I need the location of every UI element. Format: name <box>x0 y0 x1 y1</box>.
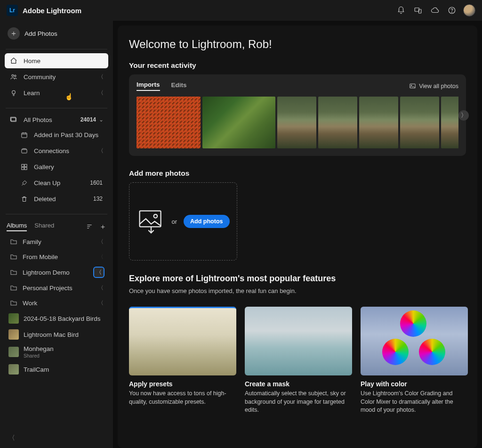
tab-albums[interactable]: Albums <box>7 222 27 231</box>
nav-cleanup[interactable]: Clean Up 1601 <box>5 175 108 190</box>
avatar[interactable] <box>463 4 475 16</box>
topbar: Lr Adobe Lightroom <box>0 0 482 21</box>
album-label: TrailCam <box>24 366 49 373</box>
album-thumb <box>8 329 19 340</box>
album-label: Family <box>23 238 41 245</box>
tab-shared[interactable]: Shared <box>34 222 54 231</box>
add-photos-button[interactable]: Add photos <box>184 215 229 228</box>
chevron-right-icon: 〈 <box>98 238 104 246</box>
recent-photo[interactable] <box>318 97 357 148</box>
svg-rect-17 <box>139 211 161 227</box>
tab-imports[interactable]: Imports <box>137 81 160 91</box>
scroll-next-button[interactable]: 〉 <box>458 110 469 121</box>
app-title: Adobe Lightroom <box>23 7 81 15</box>
folder-icon <box>9 284 18 292</box>
nav-deleted[interactable]: Deleted 132 <box>5 191 108 206</box>
explore-section: Explore more of Lightroom's most popular… <box>129 274 466 415</box>
add-photos-label: Add Photos <box>24 30 57 37</box>
recent-photos-strip[interactable] <box>137 97 458 148</box>
recent-photo[interactable] <box>277 97 316 148</box>
chevron-right-icon: 〈 <box>98 73 104 81</box>
chevron-right-icon: 〈 <box>98 89 104 97</box>
card-image <box>361 307 468 375</box>
nav-added-past-30[interactable]: Added in Past 30 Days <box>5 127 108 142</box>
add-photos-button[interactable]: ＋ Add Photos <box>5 24 108 47</box>
nav-home[interactable]: Home ☝ <box>5 53 108 68</box>
help-icon[interactable] <box>445 4 458 17</box>
deleted-label: Deleted <box>34 195 56 203</box>
cleanup-count: 1601 <box>90 179 104 186</box>
nav-community[interactable]: Community 〈 <box>5 69 108 84</box>
album-personal-projects[interactable]: Personal Projects 〈 <box>5 280 108 295</box>
learn-icon <box>9 89 18 97</box>
separator <box>6 49 107 49</box>
nav-gallery[interactable]: Gallery <box>5 159 108 174</box>
nav-all-photos[interactable]: All Photos 24014 ⌄ <box>5 112 108 127</box>
photo-dropzone[interactable]: or Add photos <box>129 182 237 261</box>
devices-icon[interactable] <box>411 4 425 17</box>
welcome-heading: Welcome to Lightroom, Rob! <box>129 38 466 51</box>
recent-photo[interactable] <box>137 97 201 148</box>
recent-photo[interactable] <box>202 97 275 148</box>
home-icon <box>9 57 18 65</box>
all-photos-count: 24014 <box>80 116 99 123</box>
recent-activity-panel: Imports Edits View all photos <box>129 74 466 156</box>
nav-connections[interactable]: Connections 〈 <box>5 143 108 158</box>
svg-point-3 <box>452 12 452 12</box>
cloud-icon[interactable] <box>428 4 442 17</box>
album-mac-bird[interactable]: Lightroom Mac Bird <box>5 326 108 342</box>
app-logo: Lr <box>7 5 18 16</box>
album-thumb <box>8 364 19 375</box>
recent-photo[interactable] <box>359 97 398 148</box>
album-backyard-birds[interactable]: 2024-05-18 Backyard Birds <box>5 310 108 326</box>
albums-header: Albums Shared ＋ <box>5 218 108 234</box>
nav-community-label: Community <box>24 73 56 81</box>
card-desc: Use Lightroom's Color Grading and Color … <box>361 390 468 415</box>
album-work[interactable]: Work 〈 <box>5 295 108 310</box>
separator <box>6 214 107 214</box>
album-family[interactable]: Family 〈 <box>5 234 108 249</box>
card-image <box>129 307 236 375</box>
album-from-mobile[interactable]: From Mobile 〈 <box>5 249 108 264</box>
all-photos-label: All Photos <box>24 116 52 123</box>
chevron-down-icon: ⌄ <box>99 116 104 123</box>
feature-card-presets[interactable]: Apply presets You now have access to ton… <box>129 307 236 415</box>
sidebar-collapse[interactable]: 〈 <box>5 428 108 448</box>
sidebar: ＋ Add Photos Home ☝ Community 〈 <box>0 21 113 448</box>
chevron-right-icon: 〈 <box>98 284 104 292</box>
cleanup-icon <box>20 179 28 187</box>
recent-photo[interactable] <box>400 97 439 148</box>
chevron-right-icon[interactable]: 〈 <box>94 268 104 277</box>
view-all-photos-link[interactable]: View all photos <box>409 82 458 90</box>
svg-rect-14 <box>24 167 27 170</box>
or-label: or <box>172 218 177 225</box>
drag-image-icon <box>137 207 165 236</box>
tab-edits[interactable]: Edits <box>171 81 187 90</box>
feature-card-color[interactable]: Play with color Use Lightroom's Color Gr… <box>361 307 468 415</box>
album-monhegan[interactable]: Monhegan Shared <box>5 342 108 361</box>
sort-icon[interactable] <box>86 223 93 230</box>
svg-rect-10 <box>21 149 26 153</box>
recent-photo[interactable] <box>441 97 458 148</box>
feature-card-mask[interactable]: Create a mask Automatically select the s… <box>245 307 352 415</box>
album-lightroom-demo[interactable]: Lightroom Demo 〈 <box>5 264 108 280</box>
add-album-icon[interactable]: ＋ <box>99 223 106 230</box>
svg-rect-13 <box>21 167 24 170</box>
album-label: Personal Projects <box>23 285 72 292</box>
chevron-right-icon: 〈 <box>98 147 104 155</box>
cleanup-label: Clean Up <box>34 179 60 187</box>
album-label: Monhegan <box>24 345 54 352</box>
gallery-icon <box>20 163 28 171</box>
album-trailcam[interactable]: TrailCam <box>5 361 108 377</box>
nav-learn[interactable]: Learn 〈 <box>5 85 108 100</box>
card-desc: Automatically select the subject, sky or… <box>245 390 352 415</box>
album-thumb <box>8 313 19 324</box>
album-sublabel: Shared <box>24 353 54 358</box>
album-label: Lightroom Mac Bird <box>24 331 79 338</box>
nav-home-label: Home <box>24 57 40 65</box>
community-icon <box>9 73 18 81</box>
svg-point-5 <box>15 75 16 76</box>
bell-icon[interactable] <box>394 4 408 17</box>
album-label: 2024-05-18 Backyard Birds <box>24 315 101 322</box>
photos-icon <box>9 115 18 124</box>
